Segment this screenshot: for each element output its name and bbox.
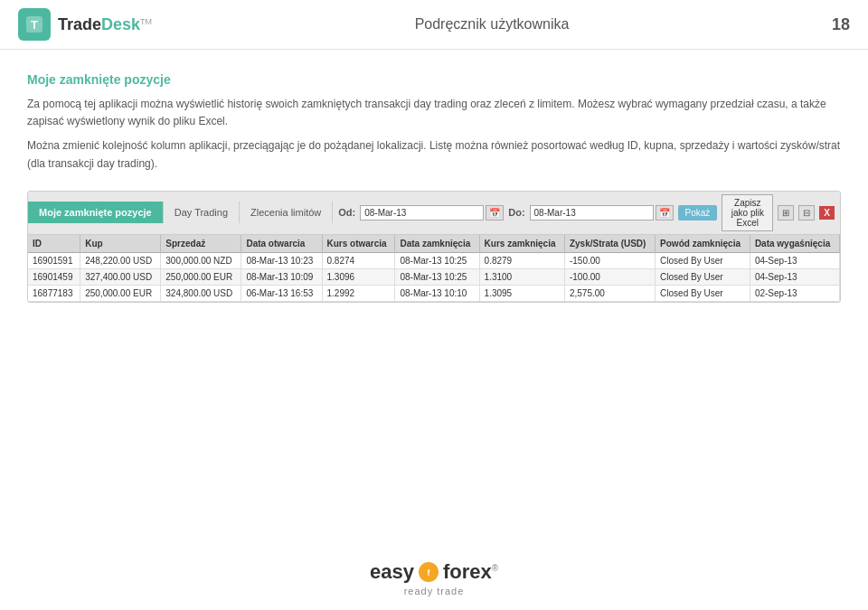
table-row: 16901591 248,220.00 USD 300,000.00 NZD 0… [28,252,840,268]
description-1: Za pomocą tej aplikacji można wyświetlić… [27,96,841,130]
logo-area: T TradeDeskTM [18,8,152,41]
do-date-input[interactable] [530,205,654,221]
cell-data-zamkniecia: 08-Mar-13 10:25 [395,252,479,268]
cell-zysk-strata: -150.00 [564,252,655,268]
cell-sprzedaz: 250,000.00 EUR [161,268,241,285]
cell-kurs-otwarcia: 1.2992 [322,285,395,301]
col-kurs-zamkniecia: Kurs zamknięcia [479,235,564,253]
page-title: Podręcznik użytkownika [415,16,570,33]
col-sprzedaz: Sprzedaż [161,235,241,253]
cell-powod: Closed By User [656,285,750,301]
table-row: 16877183 250,000.00 EUR 324,800.00 USD 0… [28,285,840,301]
do-calendar-icon[interactable]: 📅 [656,205,674,221]
cell-zysk-strata: -100.00 [564,268,655,285]
od-label: Od: [338,207,355,218]
cell-kup: 248,220.00 USD [80,252,161,268]
col-kurs-otwarcia: Kurs otwarcia [322,235,395,253]
tab-limit-orders[interactable]: Zlecenia limitów [240,202,333,223]
cell-kup: 327,400.00 USD [80,268,161,285]
cell-data-zamkniecia: 08-Mar-13 10:10 [395,285,479,301]
col-data-otwarcia: Data otwarcia [241,235,322,253]
main-content: Moje zamknięte pozycje Za pomocą tej apl… [0,50,868,330]
section-title: Moje zamknięte pozycje [27,72,841,87]
cell-powod: Closed By User [656,268,750,285]
cell-kurs-zamkniecia: 0.8279 [479,252,564,268]
header: T TradeDeskTM Podręcznik użytkownika 18 [0,0,868,50]
cell-data-wygasniecia: 04-Sep-13 [750,268,839,285]
svg-text:T: T [31,18,38,32]
cell-id: 16901591 [28,252,80,268]
cell-kurs-zamkniecia: 1.3100 [479,268,564,285]
table-header: ID Kup Sprzedaż Data otwarcia Kurs otwar… [28,235,840,253]
footer-logo: easy f forex® [370,560,498,584]
logo-text: TradeDeskTM [58,15,152,34]
col-powod: Powód zamknięcia [656,235,750,253]
od-input-group: 📅 [360,205,504,221]
cell-kup: 250,000.00 EUR [80,285,161,301]
excel-button[interactable]: Zapisz jako plik Excel [722,194,773,231]
table-row: 16901459 327,400.00 USD 250,000.00 EUR 0… [28,268,840,285]
cell-data-zamkniecia: 08-Mar-13 10:25 [395,268,479,285]
col-id: ID [28,235,80,253]
do-label: Do: [508,207,524,218]
cell-data-wygasniecia: 02-Sep-13 [750,285,839,301]
cell-kurs-otwarcia: 1.3096 [322,268,395,285]
od-date-input[interactable] [360,205,484,221]
data-table: ID Kup Sprzedaż Data otwarcia Kurs otwar… [28,235,840,302]
show-button[interactable]: Pokaż [678,205,718,221]
cell-data-otwarcia: 06-Mar-13 16:53 [241,285,322,301]
logo-icon: T [18,8,51,41]
col-data-wygasniecia: Data wygaśnięcia [750,235,839,253]
cell-powod: Closed By User [656,252,750,268]
cell-kurs-otwarcia: 0.8274 [322,252,395,268]
cell-sprzedaz: 324,800.00 USD [161,285,241,301]
trading-panel: Moje zamknięte pozycje Day Trading Zlece… [27,191,841,303]
cell-data-otwarcia: 08-Mar-13 10:23 [241,252,322,268]
footer-tagline: ready trade [404,586,465,596]
cell-id: 16901459 [28,268,80,285]
filter-area: Od: 📅 Do: 📅 Pokaż Zapisz jako plik Excel… [333,192,840,234]
expand-icon-btn[interactable]: ⊞ [778,205,794,221]
footer-forex-text: forex® [443,560,498,584]
col-zysk-strata: Zysk/Strata (USD) [564,235,655,253]
table-body: 16901591 248,220.00 USD 300,000.00 NZD 0… [28,252,840,301]
cell-zysk-strata: 2,575.00 [564,285,655,301]
footer-circle-icon: f [419,562,439,582]
tabs-row: Moje zamknięte pozycje Day Trading Zlece… [28,192,840,235]
tab-closed-positions[interactable]: Moje zamknięte pozycje [28,202,164,223]
do-input-group: 📅 [530,205,674,221]
footer-easy-text: easy [370,560,414,584]
close-panel-button[interactable]: X [819,206,835,220]
footer: easy f forex® ready trade [0,560,868,596]
od-calendar-icon[interactable]: 📅 [486,205,504,221]
cell-id: 16877183 [28,285,80,301]
col-data-zamkniecia: Data zamknięcia [395,235,479,253]
description-2: Można zmienić kolejność kolumn aplikacji… [27,137,841,172]
col-kup: Kup [80,235,161,253]
tab-day-trading[interactable]: Day Trading [164,202,240,223]
footer-reg: ® [492,563,498,573]
cell-kurs-zamkniecia: 1.3095 [479,285,564,301]
cell-sprzedaz: 300,000.00 NZD [161,252,241,268]
page-number: 18 [832,15,850,34]
restore-icon-btn[interactable]: ⊟ [798,205,815,221]
cell-data-wygasniecia: 04-Sep-13 [750,252,839,268]
cell-data-otwarcia: 08-Mar-13 10:09 [241,268,322,285]
